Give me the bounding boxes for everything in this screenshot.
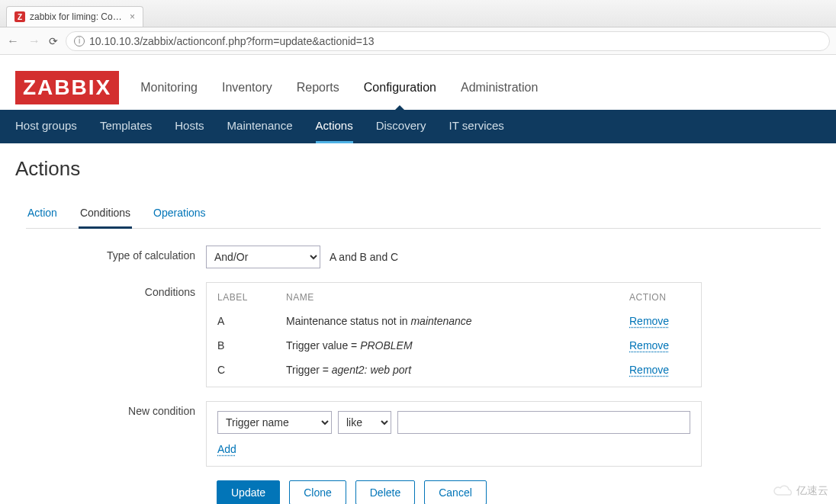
page-body: Actions Action Conditions Operations Typ… — [0, 143, 836, 504]
forward-icon[interactable]: → — [27, 34, 41, 48]
browser-tab-strip: Z zabbix for liming: Conf... × — [0, 0, 836, 27]
subnav-templates[interactable]: Templates — [100, 110, 152, 143]
close-icon[interactable]: × — [130, 11, 135, 22]
select-condition-operator[interactable]: like — [338, 411, 391, 434]
nav-configuration[interactable]: Configuration — [364, 66, 436, 110]
tab-action[interactable]: Action — [26, 201, 59, 228]
form-area: Type of calculation And/Or A and B and C… — [15, 229, 821, 504]
table-row: B Trigger value = PROBLEM Remove — [217, 333, 690, 358]
cond-name: Trigger = agent2: web port — [286, 358, 629, 382]
subnav-discovery[interactable]: Discovery — [376, 110, 426, 143]
main-nav: Monitoring Inventory Reports Configurati… — [140, 66, 538, 110]
tab-conditions[interactable]: Conditions — [79, 201, 132, 229]
cond-label: C — [217, 358, 286, 382]
row-calc: Type of calculation And/Or A and B and C — [15, 246, 821, 268]
back-icon[interactable]: ← — [6, 34, 20, 48]
row-new-condition: New condition Trigger name like Add — [15, 401, 821, 467]
url-text: 10.10.10.3/zabbix/actionconf.php?form=up… — [89, 35, 375, 47]
app-header: ZABBIX Monitoring Inventory Reports Conf… — [0, 55, 836, 110]
subnav-host-groups[interactable]: Host groups — [15, 110, 77, 143]
url-input[interactable]: i 10.10.10.3/zabbix/actionconf.php?form=… — [66, 31, 830, 51]
subnav-actions[interactable]: Actions — [316, 110, 353, 143]
subnav-it-services[interactable]: IT services — [449, 110, 504, 143]
zabbix-logo[interactable]: ZABBIX — [15, 71, 119, 104]
table-row: C Trigger = agent2: web port Remove — [217, 358, 690, 382]
select-condition-type[interactable]: Trigger name — [217, 411, 332, 434]
col-action: ACTION — [629, 289, 690, 309]
form-tabs: Action Conditions Operations — [26, 201, 821, 229]
button-row: Update Clone Delete Cancel — [217, 480, 821, 504]
favicon-icon: Z — [14, 11, 25, 22]
update-button[interactable]: Update — [217, 480, 280, 504]
label-calc: Type of calculation — [15, 246, 206, 262]
condition-value-input[interactable] — [397, 411, 690, 434]
sub-nav: Host groups Templates Hosts Maintenance … — [0, 110, 836, 143]
browser-address-bar: ← → ⟳ i 10.10.10.3/zabbix/actionconf.php… — [0, 27, 836, 55]
add-condition-link[interactable]: Add — [217, 443, 236, 455]
calc-expression: A and B and C — [330, 251, 398, 263]
nav-monitoring[interactable]: Monitoring — [140, 66, 198, 110]
delete-button[interactable]: Delete — [355, 480, 415, 504]
subnav-maintenance[interactable]: Maintenance — [227, 110, 293, 143]
tab-operations[interactable]: Operations — [152, 201, 207, 228]
nav-reports[interactable]: Reports — [297, 66, 339, 110]
watermark: 亿速云 — [772, 484, 828, 498]
tab-title: zabbix for liming: Conf... — [30, 11, 125, 22]
nav-inventory[interactable]: Inventory — [222, 66, 272, 110]
col-label: LABEL — [217, 289, 286, 309]
new-condition-box: Trigger name like Add — [206, 401, 702, 467]
remove-link[interactable]: Remove — [629, 315, 669, 327]
col-name: NAME — [286, 289, 629, 309]
label-conditions: Conditions — [15, 282, 206, 298]
conditions-box: LABEL NAME ACTION A Maintenance status n… — [206, 282, 702, 387]
cloud-icon — [772, 484, 793, 498]
clone-button[interactable]: Clone — [289, 480, 346, 504]
cond-name: Trigger value = PROBLEM — [286, 333, 629, 358]
select-calc-type[interactable]: And/Or — [206, 246, 320, 268]
remove-link[interactable]: Remove — [629, 364, 669, 376]
cancel-button[interactable]: Cancel — [424, 480, 487, 504]
subnav-hosts[interactable]: Hosts — [175, 110, 204, 143]
cond-name: Maintenance status not in maintenance — [286, 309, 629, 333]
page-title: Actions — [15, 157, 821, 181]
info-icon[interactable]: i — [74, 36, 85, 47]
browser-tab[interactable]: Z zabbix for liming: Conf... × — [6, 6, 143, 27]
cond-label: B — [217, 333, 286, 358]
nav-administration[interactable]: Administration — [461, 66, 538, 110]
row-conditions: Conditions LABEL NAME ACTION — [15, 282, 821, 387]
remove-link[interactable]: Remove — [629, 339, 669, 352]
reload-icon[interactable]: ⟳ — [49, 35, 58, 47]
conditions-table: LABEL NAME ACTION A Maintenance status n… — [217, 289, 690, 382]
table-row: A Maintenance status not in maintenance … — [217, 309, 690, 333]
label-new-condition: New condition — [15, 401, 206, 417]
cond-label: A — [217, 309, 286, 333]
